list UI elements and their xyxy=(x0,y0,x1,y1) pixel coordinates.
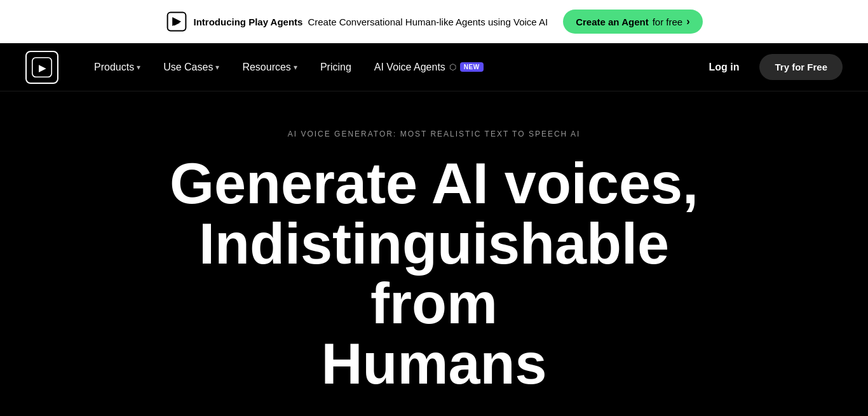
nav-label-use-cases: Use Cases xyxy=(163,62,213,73)
svg-text:▶: ▶ xyxy=(39,63,46,73)
nav-item-ai-voice-agents[interactable]: AI Voice Agents ⬡ NEW xyxy=(364,57,494,78)
announcement-bar: ▶ Introducing Play Agents Create Convers… xyxy=(0,0,868,43)
hero-title: Generate AI voices, Indistinguishable fr… xyxy=(148,154,720,394)
announcement-cta-suffix: for free xyxy=(653,17,683,27)
nav-item-use-cases[interactable]: Use Cases ▾ xyxy=(153,57,229,78)
external-link-icon: ⬡ xyxy=(449,62,456,72)
hero-section: AI VOICE GENERATOR: MOST REALISTIC TEXT … xyxy=(0,91,868,416)
try-free-button[interactable]: Try for Free xyxy=(759,54,843,80)
announcement-bold: Introducing Play Agents xyxy=(193,17,302,27)
announcement-arrow-icon: › xyxy=(686,16,689,27)
logo-box: ▶ xyxy=(25,51,58,84)
nav-label-resources: Resources xyxy=(242,62,290,73)
hero-title-line1: Generate AI voices, xyxy=(170,152,698,215)
nav-logo[interactable]: ▶ xyxy=(25,51,58,84)
hero-title-line3: Humans xyxy=(321,332,546,396)
nav-item-pricing[interactable]: Pricing xyxy=(310,57,362,78)
hero-title-line2: Indistinguishable from xyxy=(199,212,669,336)
chevron-down-icon: ▾ xyxy=(294,63,297,72)
login-button[interactable]: Log in xyxy=(698,57,749,78)
nav-actions: Log in Try for Free xyxy=(698,54,843,80)
announcement-cta-button[interactable]: Create an Agent for free › xyxy=(563,10,702,34)
nav-label-ai-voice-agents: AI Voice Agents xyxy=(374,62,445,73)
nav-label-products: Products xyxy=(94,62,134,73)
announcement-logo: ▶ xyxy=(165,10,188,33)
new-badge: NEW xyxy=(460,62,484,72)
navbar: ▶ Products ▾ Use Cases ▾ Resources ▾ Pri… xyxy=(0,43,868,91)
hero-subtitle: Ultra realistic Text to Speech(TTS) voic… xyxy=(218,413,650,416)
hero-eyebrow: AI VOICE GENERATOR: MOST REALISTIC TEXT … xyxy=(25,130,843,138)
nav-links: Products ▾ Use Cases ▾ Resources ▾ Prici… xyxy=(84,57,698,78)
announcement-cta-main: Create an Agent xyxy=(576,17,648,27)
nav-item-resources[interactable]: Resources ▾ xyxy=(232,57,307,78)
nav-item-products[interactable]: Products ▾ xyxy=(84,57,151,78)
nav-label-pricing: Pricing xyxy=(320,62,351,73)
announcement-intro: Create Conversational Human-like Agents … xyxy=(308,17,548,27)
chevron-down-icon: ▾ xyxy=(215,63,219,72)
chevron-down-icon: ▾ xyxy=(137,63,140,72)
announcement-text: Introducing Play Agents Create Conversat… xyxy=(193,17,548,27)
